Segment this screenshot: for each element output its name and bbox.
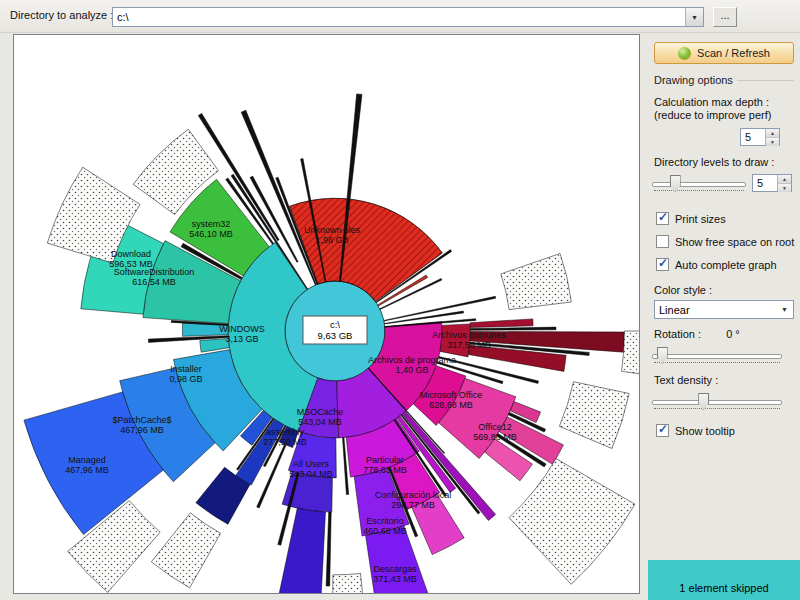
slider-track	[652, 354, 782, 359]
sunburst-segment[interactable]	[332, 574, 367, 594]
drawing-options-section: Drawing options	[654, 74, 794, 86]
levels-value[interactable]: 5	[753, 175, 777, 191]
directory-label: Directory to analyze :	[10, 9, 113, 21]
calc-depth-sublabel: (reduce to improve perf)	[654, 109, 771, 121]
browse-button[interactable]: ...	[713, 7, 737, 27]
checkbox-box[interactable]	[656, 258, 669, 271]
sunburst-chart: c:\9,63 GBsystem32546,10 MBDownload596,5…	[14, 35, 639, 593]
dropdown-arrow-icon[interactable]: ▼	[685, 8, 703, 26]
checkbox-label: Print sizes	[675, 213, 726, 225]
scan-refresh-button[interactable]: Scan / Refresh	[654, 42, 794, 64]
checkbox-label: Show free space on root	[675, 236, 794, 248]
rotation-row: Rotation : 0 °	[654, 328, 740, 340]
rotation-slider[interactable]	[650, 346, 784, 366]
section-divider	[737, 80, 794, 81]
calc-depth-value[interactable]: 5	[741, 129, 765, 145]
sunburst-segment[interactable]	[151, 513, 220, 588]
segment-label: Descargas371,43 MB	[373, 564, 417, 584]
dropdown-arrow-icon[interactable]: ▼	[776, 301, 793, 318]
spin-down-icon[interactable]: ▼	[778, 184, 791, 192]
sunburst-segment[interactable]	[510, 402, 540, 423]
segment-label: Installer0,98 GB	[169, 364, 202, 384]
slider-ticks	[654, 362, 780, 363]
status-text: 1 element skipped	[679, 582, 768, 594]
checkbox-box[interactable]	[656, 212, 669, 225]
sunburst-segment[interactable]	[384, 296, 496, 321]
app-window: Directory to analyze : c:\ ▼ ... c:\9,63…	[0, 0, 800, 600]
print-sizes-checkbox[interactable]: Print sizes	[656, 212, 726, 225]
calc-depth-spinner[interactable]: 5 ▲ ▼	[740, 128, 780, 146]
segment-label: MSOCache543,04 MB	[297, 407, 344, 427]
segment-label: Particular778,63 MB	[363, 455, 407, 475]
segment-label: Office12569,86 MB	[473, 422, 517, 442]
chart-canvas: c:\9,63 GBsystem32546,10 MBDownload596,5…	[13, 34, 640, 594]
segment-label: WINDOWS3,13 GB	[219, 324, 265, 344]
text-density-label: Text density :	[654, 374, 718, 386]
segment-label: assembly277,50 MB	[263, 427, 307, 447]
checkbox-label: Auto complete graph	[675, 259, 777, 271]
calc-depth-spin-buttons: ▲ ▼	[765, 129, 779, 145]
spin-down-icon[interactable]: ▼	[766, 138, 779, 146]
text-density-slider[interactable]	[650, 392, 784, 412]
rotation-value: 0 °	[726, 328, 740, 340]
sunburst-segment[interactable]	[270, 508, 325, 593]
slider-track	[652, 400, 782, 405]
segment-label: All Users543,04 MB	[289, 459, 333, 479]
color-style-combobox[interactable]: Linear ▼	[654, 300, 794, 319]
sunburst-segment[interactable]	[559, 382, 629, 449]
segment-label: Escritorio460,68 MB	[363, 516, 407, 536]
calc-depth-label: Calculation max depth :	[654, 96, 769, 108]
levels-spinner[interactable]: 5 ▲ ▼	[752, 174, 792, 192]
sunburst-segment[interactable]	[501, 254, 572, 310]
slider-track	[652, 182, 746, 187]
segment-label: system32546,10 MB	[189, 219, 233, 239]
scan-refresh-label: Scan / Refresh	[697, 47, 770, 59]
sunburst-segment[interactable]	[509, 459, 635, 585]
color-style-value[interactable]: Linear	[655, 304, 776, 316]
show-free-space-checkbox[interactable]: Show free space on root	[656, 235, 794, 248]
toolbar: Directory to analyze : c:\ ▼ ...	[0, 0, 800, 33]
sunburst-segment[interactable]	[470, 319, 533, 328]
auto-complete-graph-checkbox[interactable]: Auto complete graph	[656, 258, 777, 271]
sunburst-segment[interactable]	[622, 331, 639, 379]
options-panel: Scan / Refresh Drawing options Calculati…	[648, 34, 800, 600]
directory-combobox[interactable]: c:\ ▼	[112, 7, 704, 27]
checkbox-label: Show tooltip	[675, 425, 735, 437]
slider-ticks	[654, 408, 780, 409]
rotation-label: Rotation :	[654, 328, 701, 340]
segment-label: Download596,53 MB	[109, 249, 153, 269]
segment-label: Managed467,96 MB	[65, 455, 109, 475]
status-box: 1 element skipped	[648, 560, 800, 600]
slider-ticks	[654, 190, 744, 191]
levels-spin-buttons: ▲ ▼	[777, 175, 791, 191]
levels-label: Directory levels to draw :	[654, 156, 774, 168]
show-tooltip-checkbox[interactable]: Show tooltip	[656, 424, 735, 437]
directory-path-value[interactable]: c:\	[113, 11, 685, 23]
checkbox-box[interactable]	[656, 235, 669, 248]
sunburst-segment[interactable]	[326, 512, 331, 586]
color-style-label: Color style :	[654, 284, 712, 296]
drawing-options-title: Drawing options	[654, 74, 733, 86]
segment-label: $PatchCache$467,96 MB	[112, 415, 171, 435]
scan-icon	[678, 47, 691, 60]
spin-up-icon[interactable]: ▲	[778, 175, 791, 184]
spin-up-icon[interactable]: ▲	[766, 129, 779, 138]
directory-levels-slider[interactable]	[650, 174, 748, 194]
checkbox-box[interactable]	[656, 424, 669, 437]
